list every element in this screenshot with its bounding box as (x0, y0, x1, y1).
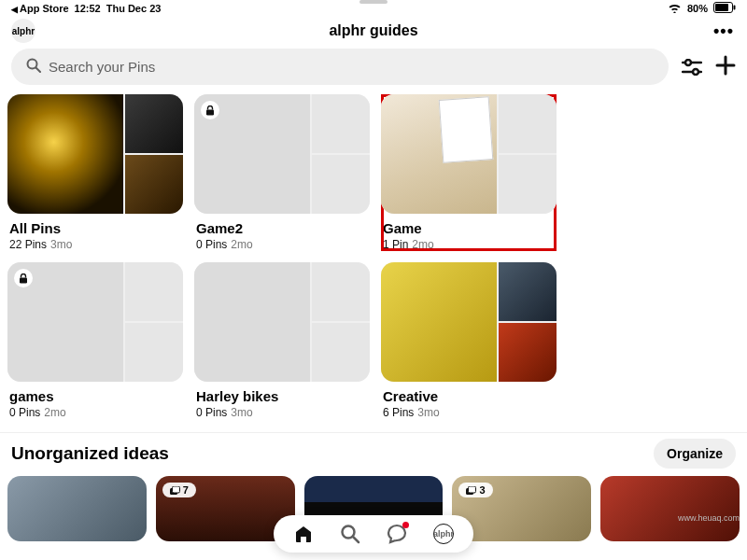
svg-point-6 (685, 60, 691, 65)
status-date: Thu Dec 23 (106, 3, 162, 14)
battery-icon (713, 2, 736, 15)
board-card[interactable]: Game20 Pins2mo (194, 94, 370, 251)
board-cover (381, 262, 557, 382)
status-bar: App Store 12:52 Thu Dec 23 80% (0, 0, 747, 17)
svg-rect-17 (469, 486, 476, 493)
board-card[interactable]: All Pins22 Pins3mo (7, 94, 183, 251)
svg-point-8 (693, 69, 698, 75)
nav-home[interactable] (292, 523, 315, 545)
add-button[interactable] (715, 55, 736, 79)
board-meta: 22 Pins3mo (9, 238, 181, 251)
idea-card[interactable] (600, 476, 740, 541)
stack-badge: 7 (162, 483, 196, 497)
battery-percent: 80% (687, 3, 708, 14)
section-header: Unorganized ideas Organize (0, 432, 747, 476)
page-title: alphr guides (35, 22, 712, 39)
board-card[interactable]: Game1 Pin2mo (381, 94, 557, 251)
svg-rect-2 (734, 6, 736, 10)
board-cover (194, 94, 370, 214)
svg-rect-15 (172, 486, 179, 493)
board-card[interactable]: games0 Pins2mo (7, 262, 183, 419)
bottom-nav: alphr (274, 515, 473, 553)
header: alphr alphr guides ••• (0, 17, 747, 49)
nav-messages[interactable] (386, 523, 408, 545)
section-title: Unorganized ideas (11, 443, 169, 464)
wifi-icon (668, 3, 682, 15)
board-meta: 0 Pins2mo (196, 238, 368, 251)
board-cover (7, 262, 183, 382)
board-cover (194, 262, 370, 382)
board-title: Harley bikes (196, 388, 368, 404)
back-to-app[interactable]: App Store (11, 3, 69, 14)
board-card[interactable]: Harley bikes0 Pins3mo (194, 262, 370, 419)
board-cover (7, 94, 183, 214)
idea-card[interactable] (7, 476, 147, 541)
nav-profile[interactable]: alphr (432, 523, 455, 545)
board-meta: 6 Pins3mo (383, 406, 555, 419)
board-meta: 1 Pin2mo (383, 238, 555, 251)
search-input[interactable]: Search your Pins (11, 49, 669, 85)
stack-badge: 3 (458, 483, 492, 497)
notification-dot-icon (402, 522, 409, 528)
search-placeholder: Search your Pins (49, 59, 155, 75)
svg-rect-1 (715, 4, 728, 11)
board-title: Game (383, 220, 555, 236)
nav-search[interactable] (339, 523, 361, 545)
board-meta: 0 Pins2mo (9, 406, 181, 419)
board-card[interactable]: Creative6 Pins3mo (381, 262, 557, 419)
board-title: Game2 (196, 220, 368, 236)
svg-line-19 (353, 537, 359, 542)
lock-icon (201, 101, 219, 119)
nav-avatar: alphr (433, 524, 454, 544)
svg-rect-13 (20, 277, 27, 283)
filter-button[interactable] (682, 59, 702, 76)
stack-icon (170, 486, 180, 495)
board-title: games (9, 388, 181, 404)
stack-icon (466, 486, 476, 495)
svg-line-4 (36, 68, 41, 73)
watermark: www.heuaq.com (678, 513, 740, 523)
lock-icon (14, 269, 33, 287)
board-title: All Pins (9, 220, 181, 236)
board-title: Creative (383, 388, 555, 404)
avatar[interactable]: alphr (11, 19, 35, 43)
boards-grid: All Pins22 Pins3moGame20 Pins2moGame1 Pi… (0, 94, 747, 432)
board-meta: 0 Pins3mo (196, 406, 368, 419)
board-cover (381, 94, 557, 214)
svg-rect-11 (206, 109, 214, 115)
organize-button[interactable]: Organize (654, 439, 736, 469)
more-button[interactable]: ••• (712, 21, 736, 41)
status-time: 12:52 (75, 3, 101, 14)
search-icon (26, 58, 41, 76)
drag-handle-icon[interactable] (359, 0, 388, 4)
